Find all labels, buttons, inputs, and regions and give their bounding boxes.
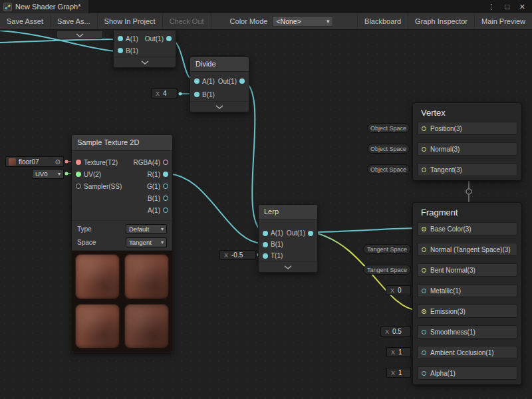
port-out-rgba[interactable]	[163, 160, 168, 165]
blackboard-toggle[interactable]: Blackboard	[357, 13, 408, 29]
port-label: Out(1)	[218, 78, 237, 85]
port-in-a[interactable]	[263, 231, 268, 236]
texture-object-field[interactable]: floor07 ⊙	[5, 156, 64, 167]
port-out-b[interactable]	[163, 196, 168, 201]
maximize-icon[interactable]: □	[505, 3, 509, 11]
collapse-button[interactable]	[114, 57, 176, 67]
node-add-partial[interactable]: A(1) Out(1) B(1)	[113, 31, 176, 68]
field-value[interactable]: -0.5	[231, 251, 243, 259]
smoothness-value-field[interactable]: X 0.5	[380, 327, 411, 336]
port-in-uv[interactable]	[76, 172, 81, 177]
save-as-button[interactable]: Save As...	[51, 13, 98, 29]
chevron-down-icon: ▾	[58, 171, 61, 177]
collapse-button[interactable]	[190, 101, 249, 112]
port-base-color[interactable]	[422, 227, 426, 231]
port-label: RGBA(4)	[133, 159, 160, 166]
block-row-smoothness[interactable]: Smoothness(1)	[417, 325, 517, 338]
collapse-chevron-icon[interactable]	[76, 33, 84, 37]
block-row-base-color[interactable]: Base Color(3)	[417, 222, 517, 235]
field-axis-label: X	[390, 287, 394, 294]
uv-channel-dropdown[interactable]: UV0 ▾	[32, 169, 64, 179]
field-value[interactable]: 0.5	[392, 328, 402, 335]
node-title[interactable]: Lerp	[259, 205, 317, 219]
graph-canvas[interactable]: A(1) Out(1) B(1) Divide A(1)	[0, 31, 532, 399]
port-ambient-occlusion[interactable]	[422, 350, 426, 355]
chevron-down-icon: ▾	[161, 226, 164, 232]
main-preview-toggle[interactable]: Main Preview	[474, 13, 532, 29]
port-in-b[interactable]	[194, 92, 200, 97]
field-value[interactable]: 0	[398, 287, 402, 294]
port-in-b[interactable]	[118, 48, 123, 53]
block-row-position[interactable]: Position(3)	[417, 122, 517, 135]
port-out-g[interactable]	[163, 184, 168, 189]
space-pill-normal[interactable]: Object Space	[367, 144, 410, 154]
block-row-alpha[interactable]: Alpha(1)	[417, 366, 517, 380]
block-connector-handle[interactable]	[466, 189, 471, 194]
port-out[interactable]	[166, 36, 172, 41]
port-out[interactable]	[308, 231, 313, 236]
field-value[interactable]: 1	[398, 369, 402, 376]
alpha-value-field[interactable]: X 1	[386, 368, 411, 378]
ambient-occlusion-value-field[interactable]: X 1	[386, 347, 411, 357]
graph-inspector-toggle[interactable]: Graph Inspector	[408, 13, 474, 29]
block-row-ambient-occlusion[interactable]: Ambient Occlusion(1)	[417, 346, 517, 359]
port-out[interactable]	[239, 78, 245, 84]
space-dropdown[interactable]: Tangent ▾	[126, 237, 167, 247]
node-sample-texture-2d[interactable]: Sample Texture 2D Texture(T2) RGBA(4) UV…	[71, 134, 173, 352]
space-pill-normal-ts[interactable]: Tangent Space	[363, 244, 411, 254]
divide-b-value-field[interactable]: X 4	[151, 88, 178, 98]
port-in-sampler[interactable]	[76, 184, 81, 189]
show-in-project-button[interactable]: Show In Project	[98, 13, 163, 29]
type-dropdown[interactable]: Default ▾	[126, 224, 167, 234]
metallic-value-field[interactable]: X 0	[386, 285, 411, 295]
port-in-a[interactable]	[194, 78, 200, 84]
port-tangent[interactable]	[422, 168, 426, 172]
port-in-t[interactable]	[263, 253, 268, 259]
space-pill-tangent[interactable]: Object Space	[367, 164, 410, 174]
save-asset-button[interactable]: Save Asset	[0, 13, 51, 29]
fragment-block[interactable]: Fragment Base Color(3) Normal (Tangent S…	[412, 202, 522, 385]
edge-lerp-to-basecolor[interactable]	[311, 228, 420, 232]
block-row-metallic[interactable]: Metallic(1)	[417, 284, 517, 297]
texture-tile	[75, 304, 120, 349]
edge-sample-r-to-lerp-b[interactable]	[166, 174, 263, 243]
port-bent-normal[interactable]	[422, 268, 426, 273]
space-pill-bent-normal[interactable]: Tangent Space	[363, 265, 411, 275]
texture-tile	[124, 254, 169, 299]
port-metallic[interactable]	[422, 289, 426, 293]
row-label: Normal(3)	[430, 146, 460, 153]
port-emission[interactable]	[422, 309, 426, 314]
field-value[interactable]: 4	[163, 90, 167, 97]
block-row-emission[interactable]: Emission(3)	[417, 305, 517, 318]
collapse-button[interactable]	[259, 261, 317, 272]
port-out-r[interactable]	[163, 172, 168, 177]
node-collapsed-stub[interactable]	[57, 31, 103, 39]
port-alpha[interactable]	[422, 371, 426, 376]
block-row-normal[interactable]: Normal(3)	[417, 142, 517, 156]
block-row-normal-ts[interactable]: Normal (Tangent Space)(3)	[417, 243, 517, 256]
port-out-a[interactable]	[163, 207, 168, 213]
block-row-bent-normal[interactable]: Bent Normal(3)	[417, 263, 517, 277]
node-divide[interactable]: Divide A(1) Out(1) B(1)	[190, 57, 249, 112]
node-lerp[interactable]: Lerp A(1) Out(1) B(1) T(1)	[258, 204, 318, 273]
port-position[interactable]	[422, 126, 426, 131]
vertex-block[interactable]: Vertex Position(3) Normal(3) Tangent(3)	[412, 102, 522, 181]
port-in-a[interactable]	[118, 36, 123, 41]
close-icon[interactable]: ✕	[519, 3, 525, 11]
port-smoothness[interactable]	[422, 330, 426, 334]
port-in-texture[interactable]	[76, 160, 81, 165]
port-normal[interactable]	[422, 147, 426, 152]
block-row-tangent[interactable]: Tangent(3)	[417, 163, 517, 176]
node-title[interactable]: Divide	[190, 57, 249, 72]
space-pill-position[interactable]: Object Space	[367, 123, 410, 133]
port-in-b[interactable]	[263, 242, 268, 247]
menu-icon[interactable]: ⋮	[487, 3, 495, 11]
type-label: Type	[77, 225, 92, 233]
color-mode-dropdown[interactable]: <None> ▾	[272, 16, 333, 27]
node-title[interactable]: Sample Texture 2D	[72, 135, 172, 151]
object-picker-icon[interactable]: ⊙	[55, 158, 61, 166]
lerp-t-value-field[interactable]: X -0.5	[219, 250, 256, 260]
port-normal-ts[interactable]	[422, 247, 426, 252]
window-tab[interactable]: New Shader Graph*	[0, 0, 88, 13]
field-value[interactable]: 1	[398, 348, 402, 356]
